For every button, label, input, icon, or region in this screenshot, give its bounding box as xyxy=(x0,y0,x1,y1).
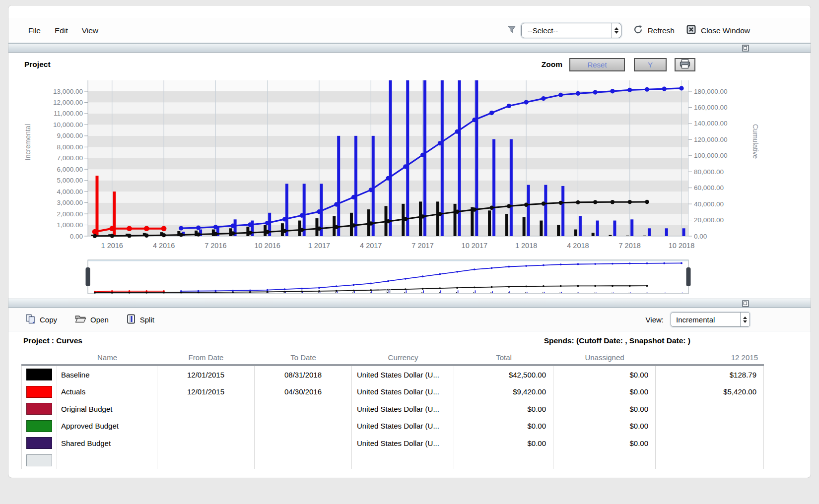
cell-name: Original Budget xyxy=(57,400,157,418)
col-12-2015: 12 2015 xyxy=(656,353,764,362)
curve-color-swatch xyxy=(26,386,52,398)
print-button[interactable] xyxy=(675,58,695,71)
curve-color-swatch xyxy=(26,369,52,380)
menu-edit[interactable]: Edit xyxy=(55,26,68,35)
maximize-panel-icon[interactable] xyxy=(742,45,749,54)
svg-text:10 2018: 10 2018 xyxy=(669,242,694,250)
split-label: Split xyxy=(140,315,154,324)
cell-name: Actuals xyxy=(57,383,157,401)
svg-text:1 2018: 1 2018 xyxy=(515,242,537,250)
cell-currency: United States Dollar (U... xyxy=(352,383,454,401)
cell-total: $9,420.00 xyxy=(454,383,553,401)
svg-text:7 2016: 7 2016 xyxy=(205,242,226,250)
open-button[interactable]: Open xyxy=(75,314,109,325)
cell-from-date xyxy=(157,435,255,452)
close-window-icon[interactable] xyxy=(686,25,696,36)
filter-select-value: --Select-- xyxy=(522,26,612,35)
left-axis: 0.001,000.002,000.003,000.004,000.005,00… xyxy=(53,88,88,240)
svg-text:1 2016: 1 2016 xyxy=(101,242,123,250)
chart-stripes xyxy=(88,80,688,236)
menubar: File Edit View --Select-- Refresh xyxy=(8,18,811,43)
zoom-label: Zoom xyxy=(542,60,562,69)
cell-unassigned: $0.00 xyxy=(553,418,656,435)
cell-total: $42,500.00 xyxy=(454,366,553,383)
cell-currency: United States Dollar (U... xyxy=(352,366,454,383)
cell-total: $0.00 xyxy=(454,400,553,418)
menu-view[interactable]: View xyxy=(82,26,98,35)
cell-from-date xyxy=(157,418,255,435)
svg-text:7 2017: 7 2017 xyxy=(411,242,433,250)
cell-to-date: 08/31/2018 xyxy=(255,366,352,383)
curves-toolbar: Copy Open Split View: xyxy=(8,308,811,331)
navigator-frame xyxy=(88,260,688,294)
col-from-date: From Date xyxy=(157,353,255,362)
cell-unassigned: $0.00 xyxy=(553,366,656,383)
svg-text:40,000.00: 40,000.00 xyxy=(694,200,724,208)
cell-12-2015 xyxy=(656,400,764,418)
col-to-date: To Date xyxy=(255,353,352,362)
svg-text:60,000.00: 60,000.00 xyxy=(694,184,724,191)
filter-select[interactable]: --Select-- xyxy=(521,23,621,38)
split-button[interactable]: Split xyxy=(127,314,154,325)
cell-total: $0.00 xyxy=(454,418,553,435)
menu-file[interactable]: File xyxy=(28,26,41,35)
main-chart[interactable]: 0.001,000.002,000.003,000.004,000.005,00… xyxy=(16,76,803,254)
navigator-right-handle[interactable] xyxy=(686,267,691,286)
spends-info: Spends: (Cutoff Date: , Snapshot Date: ) xyxy=(544,336,690,345)
svg-text:4 2017: 4 2017 xyxy=(360,242,382,250)
svg-text:10 2017: 10 2017 xyxy=(462,242,487,250)
copy-button[interactable]: Copy xyxy=(25,314,57,325)
right-axis: 0.0020,000.0040,000.0060,000.0080,000.00… xyxy=(688,88,728,240)
col-unassigned: Unassigned xyxy=(553,353,656,362)
cell-unassigned: $0.00 xyxy=(553,435,656,452)
cell-swatch xyxy=(21,418,57,435)
refresh-icon[interactable] xyxy=(633,25,643,36)
chart-area: 0.001,000.002,000.003,000.004,000.005,00… xyxy=(16,76,803,254)
svg-text:4,000.00: 4,000.00 xyxy=(57,188,83,195)
cell-12-2015 xyxy=(656,435,764,452)
col-total: Total xyxy=(454,353,553,362)
cell-from-date: 12/01/2015 xyxy=(157,366,255,383)
view-select[interactable]: Incremental xyxy=(671,312,750,327)
zoom-reset-button[interactable]: Reset xyxy=(569,58,625,71)
close-window-button[interactable]: Close Window xyxy=(701,26,750,35)
svg-text:11,000.00: 11,000.00 xyxy=(54,110,83,117)
table-row-shared-budget[interactable]: Shared BudgetUnited States Dollar (U...$… xyxy=(21,435,764,452)
view-spinner-icon[interactable] xyxy=(740,313,750,326)
table-row-approved-budget[interactable]: Approved BudgetUnited States Dollar (U..… xyxy=(21,418,764,435)
open-folder-icon xyxy=(75,314,86,325)
svg-text:2,000.00: 2,000.00 xyxy=(57,210,83,218)
cell-12-2015: $128.79 xyxy=(656,366,764,383)
curves-section-title: Project : Curves xyxy=(23,336,82,345)
chart-navigator[interactable] xyxy=(16,258,803,299)
panel-splitter-bottom[interactable] xyxy=(8,299,811,308)
svg-text:10 2016: 10 2016 xyxy=(254,242,280,250)
right-axis-title: Cumulative xyxy=(751,124,759,159)
zoom-y-button[interactable]: Y xyxy=(634,58,667,71)
cell-currency: United States Dollar (U... xyxy=(352,435,454,452)
svg-text:20,000.00: 20,000.00 xyxy=(694,216,724,224)
open-label: Open xyxy=(90,315,109,324)
cell-unassigned: $0.00 xyxy=(553,383,656,401)
table-row-baseline[interactable]: Baseline12/01/201508/31/2018United State… xyxy=(21,366,764,383)
table-row-actuals[interactable]: Actuals12/01/201504/30/2016United States… xyxy=(21,383,764,401)
svg-text:180,000.00: 180,000.00 xyxy=(694,88,728,95)
x-axis-labels: 1 20164 20167 201610 20161 20174 20177 2… xyxy=(101,242,695,250)
navigator-left-handle[interactable] xyxy=(86,267,90,286)
maximize-panel-icon-2[interactable] xyxy=(742,300,749,309)
cell-to-date xyxy=(255,435,352,452)
panel-splitter-top[interactable] xyxy=(8,43,811,53)
cell-currency: United States Dollar (U... xyxy=(352,418,454,435)
svg-text:140,000.00: 140,000.00 xyxy=(694,120,728,127)
chart-navigator-area xyxy=(16,258,803,299)
curve-color-swatch xyxy=(26,437,52,449)
cell-swatch xyxy=(21,435,57,452)
svg-text:1 2017: 1 2017 xyxy=(308,242,330,250)
cell-total: $0.00 xyxy=(454,435,553,452)
svg-text:0.00: 0.00 xyxy=(70,233,83,240)
refresh-button[interactable]: Refresh xyxy=(648,26,675,35)
select-spinner-icon[interactable] xyxy=(612,23,621,38)
cell-name: Baseline xyxy=(57,366,157,383)
copy-label: Copy xyxy=(40,315,57,324)
table-row-original-budget[interactable]: Original BudgetUnited States Dollar (U..… xyxy=(21,400,764,418)
